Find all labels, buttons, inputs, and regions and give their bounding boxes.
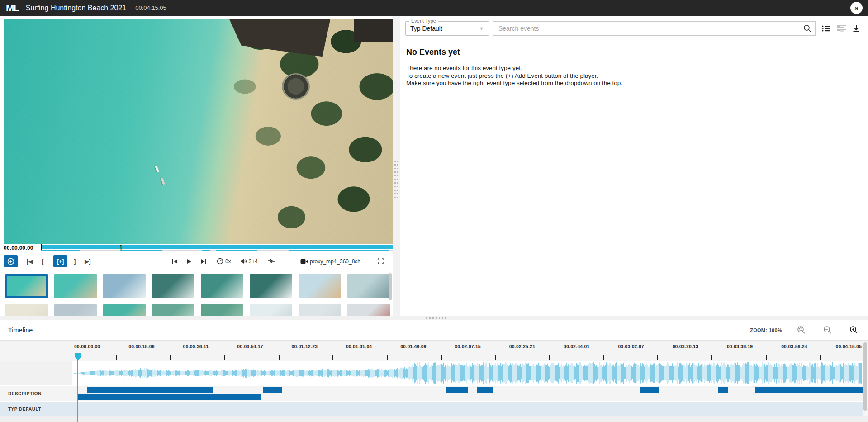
progress-segment[interactable] (120, 250, 162, 251)
video-thumbnail[interactable] (152, 304, 194, 316)
ruler-timecode: 00:01:31:04 (346, 344, 372, 349)
horizontal-splitter[interactable] (0, 316, 868, 320)
add-event-button[interactable] (4, 255, 18, 267)
event-segment[interactable] (87, 387, 213, 393)
player-seekbar[interactable]: ] (41, 245, 393, 251)
video-thumbnail[interactable] (201, 274, 243, 298)
mark-out-button[interactable]: ] (71, 257, 78, 266)
player-timecode: 00:00:00:00 (4, 245, 41, 251)
video-thumbnail[interactable] (5, 304, 48, 316)
ruler-timecode: 00:03:20:13 (673, 344, 698, 349)
add-event-range-button[interactable]: [+] (53, 255, 67, 267)
event-segment[interactable] (718, 387, 728, 393)
asset-title: Surfing Huntington Beach 2021 (26, 4, 126, 12)
vertical-splitter[interactable] (393, 16, 400, 316)
video-thumbnail[interactable] (347, 304, 390, 316)
event-segment[interactable] (446, 387, 468, 393)
event-segment[interactable] (477, 387, 492, 393)
zoom-reset-button[interactable] (794, 325, 808, 336)
progress-segment[interactable] (289, 250, 389, 251)
fullscreen-button[interactable] (375, 257, 386, 265)
progress-segment[interactable] (41, 250, 80, 251)
timeline-ruler[interactable]: 00:00:00:0000:00:18:0600:00:36:1100:00:5… (0, 341, 868, 361)
empty-state-title: No Events yet (406, 47, 862, 57)
video-thumbnail[interactable] (250, 274, 292, 298)
list-view-button[interactable] (820, 24, 833, 33)
player-panel: 00:00:00:00 ] [◀ [ [+] ] ▶] (0, 16, 393, 316)
search-input[interactable] (498, 24, 801, 33)
video-frame[interactable] (4, 19, 393, 244)
audio-track-row (0, 361, 868, 385)
event-segment[interactable] (640, 387, 659, 393)
detail-view-button[interactable] (835, 24, 848, 33)
video-thumbnail[interactable] (250, 304, 292, 316)
search-icon (803, 24, 811, 33)
video-thumbnail[interactable] (54, 304, 97, 316)
progress-segment[interactable] (216, 250, 257, 251)
audio-channels-value: 3+4 (249, 258, 258, 265)
ruler-tick (279, 355, 280, 360)
ruler-tick (603, 355, 604, 360)
event-segment[interactable] (263, 387, 281, 393)
zoom-in-button[interactable] (846, 325, 861, 336)
thumbnail-scrollbar[interactable] (389, 273, 392, 300)
fit-range-button[interactable] (265, 258, 278, 265)
empty-state-line: Make sure you have the right event type … (406, 80, 862, 87)
next-event-button[interactable]: ▶] (82, 257, 93, 266)
event-segment[interactable] (755, 387, 864, 393)
speed-gauge-icon (217, 258, 223, 265)
list-view-icon (822, 25, 831, 32)
previous-event-button[interactable]: [◀ (24, 257, 35, 266)
proxy-label: proxy_mp4_360_8ch (310, 258, 360, 265)
download-button[interactable] (851, 24, 862, 33)
timeline-playhead[interactable] (75, 353, 81, 422)
timeline-scrollbar-thumb[interactable] (863, 342, 867, 411)
download-icon (853, 25, 860, 33)
waveform-area[interactable] (72, 361, 868, 385)
video-thumbnail[interactable] (103, 304, 146, 316)
zoom-out-icon (823, 326, 832, 335)
audio-channels-button[interactable]: 3+4 (237, 257, 261, 266)
player-progress-bar[interactable]: ] (41, 245, 393, 249)
ruler-timecode: 00:03:38:19 (727, 344, 753, 349)
ruler-tick (332, 355, 333, 360)
ruler-tick (711, 355, 712, 360)
ruler-timecode: 00:03:02:07 (618, 344, 644, 349)
timeline-header: Timeline ZOOM: 100% (0, 320, 868, 341)
ruler-timecode: 00:00:36:11 (183, 344, 209, 349)
skip-to-start-button[interactable] (169, 258, 180, 265)
ruler-label-spacer (0, 341, 72, 361)
video-thumbnail[interactable] (347, 274, 390, 298)
fullscreen-icon (378, 258, 384, 264)
playback-speed-button[interactable]: 0x (214, 257, 234, 266)
timeline-zoom-controls: ZOOM: 100% (750, 325, 861, 336)
zoom-out-button[interactable] (820, 325, 835, 336)
video-thumbnail[interactable] (103, 274, 146, 298)
timeline-title: Timeline (8, 327, 33, 334)
video-thumbnail[interactable] (299, 274, 341, 298)
player-event-segments-bar (41, 250, 393, 251)
chevron-down-icon: ▼ (479, 26, 484, 31)
progress-segment[interactable] (202, 250, 210, 251)
ruler-timecodes: 00:00:00:0000:00:18:0600:00:36:1100:00:5… (74, 344, 862, 349)
event-segment[interactable] (77, 394, 261, 400)
view-toolbar (820, 21, 862, 36)
proxy-select-button[interactable]: proxy_mp4_360_8ch (298, 257, 363, 266)
empty-state-text: There are no events for this event type … (406, 65, 862, 87)
description-track-row[interactable]: DESCRIPTION (0, 386, 868, 401)
typ-default-track-row[interactable]: TYP DEFAULT (0, 402, 868, 416)
event-type-select[interactable]: Event Type Typ Default ▼ (405, 21, 489, 36)
user-avatar[interactable]: a (850, 2, 863, 14)
palm-trees (4, 19, 393, 244)
video-thumbnail[interactable] (54, 274, 97, 298)
video-thumbnail[interactable] (299, 304, 341, 316)
play-button[interactable] (184, 258, 194, 265)
video-thumbnail[interactable] (201, 304, 243, 316)
mark-in-button[interactable]: [ (39, 257, 46, 266)
search-button[interactable] (801, 24, 814, 33)
video-thumbnail[interactable] (5, 274, 48, 298)
event-type-legend: Event Type (409, 18, 438, 24)
video-thumbnail[interactable] (152, 274, 194, 298)
skip-to-end-button[interactable] (198, 258, 209, 265)
detail-view-icon (837, 25, 846, 32)
